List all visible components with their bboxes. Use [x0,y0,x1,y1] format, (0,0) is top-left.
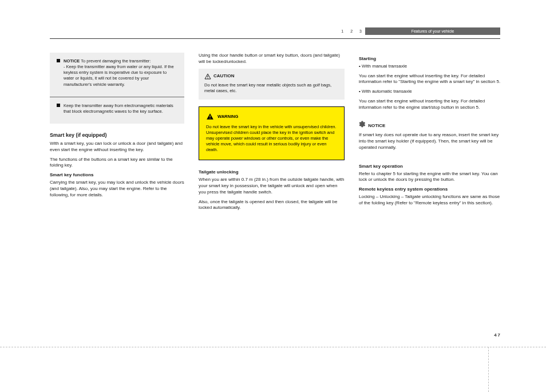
page-number: 4 7 [494,332,500,338]
notice-star: ✽ NOTICE [359,120,501,129]
info-text: Keep the transmitter away from electroma… [64,103,177,114]
notice-box-2: Keep the transmitter away from electroma… [50,97,184,124]
tab-3: 3 [356,27,365,35]
page-dash-vertical [488,347,489,392]
remote-body: Locking – Unlocking – Tailgate unlocking… [359,194,501,207]
svg-rect-2 [209,116,210,118]
header-rule [50,38,500,39]
start-auto-body: You can start the engine without inserti… [359,98,501,111]
caution-body: Do not leave the smart key near metallic… [204,82,339,94]
smart-oper-body: Refer to chapter 5 for starting the engi… [359,171,501,184]
caution-box: CAUTION Do not leave the smart key near … [199,69,345,100]
starting-title: Starting [359,56,501,62]
smart-body-2: The functions of the buttons on a smart … [50,157,184,169]
tailgate-title: Tailgate unlocking [199,169,345,176]
col2-p1: Using the door handle button or smart ke… [199,53,345,65]
remote-title: Remote keyless entry system operations [359,187,501,193]
notice-box-1: NOTICE To prevent damaging the transmitt… [50,53,184,97]
notice-star-label: NOTICE [368,123,385,128]
notice-text-1: To prevent damaging the transmitter: [81,58,151,64]
warning-body: Do not leave the smart key in the vehicl… [206,124,337,153]
smart-body-1: With a smart key, you can lock or unlock… [50,141,184,153]
start-manual-head: • With manual transaxle [359,64,501,70]
bullet-icon [57,59,60,62]
notice-sub-dash: - Keep the transmitter away from water o… [64,64,177,88]
notice-box-group: NOTICE To prevent damaging the transmitt… [50,53,184,124]
page-dash-horizontal [0,347,546,347]
tailgate-body: When you are within 0.7 m (28 in.) from … [199,177,345,195]
warning-triangle-icon [206,113,214,121]
svg-rect-0 [208,76,208,77]
page-num: 7 [498,332,500,338]
tailgate-body-2: Also, once the tailgate is opened and th… [199,199,345,212]
start-manual-body: You can start the engine without inserti… [359,73,501,86]
start-auto-head: • With automatic transaxle [359,89,501,95]
star-icon: ✽ [359,120,366,129]
warning-label: WARNING [217,114,238,120]
notice-label: NOTICE [64,58,80,64]
smart-functions-title: Smart key functions [50,172,184,179]
page-section: 4 [494,332,496,338]
svg-rect-1 [208,78,208,78]
smart-key-title: Smart key (if equipped) [50,132,184,138]
caution-label: CAUTION [213,73,234,80]
tab-features-active: Features of your vehicle [365,27,500,35]
tab-1: 1 [338,27,347,35]
caution-triangle-icon [204,73,211,80]
smart-carry-body: Carrying the smart key, you may lock and… [50,180,184,198]
tab-2: 2 [347,27,356,35]
top-tab-bar: 1 2 3 Features of your vehicle [50,27,500,38]
notice-star-body: If smart key does not operate due to any… [359,132,501,151]
bullet-icon [57,104,60,107]
svg-rect-3 [209,118,210,118]
smart-oper-title: Smart key operation [359,164,501,170]
warning-box: WARNING Do not leave the smart key in th… [199,106,345,161]
